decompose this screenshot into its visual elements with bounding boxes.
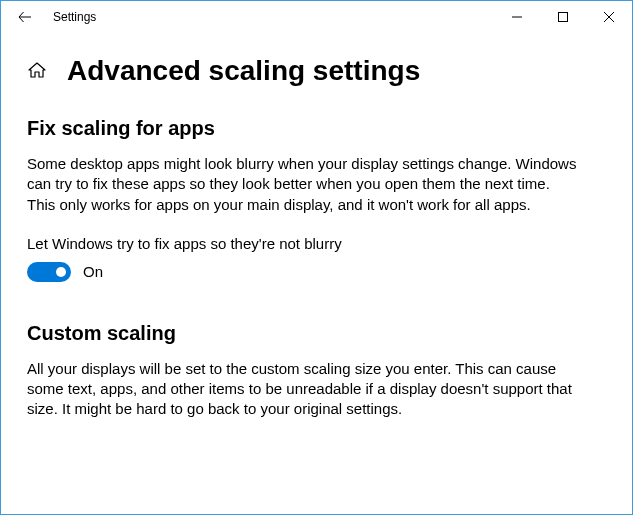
page-title: Advanced scaling settings	[67, 55, 420, 87]
custom-scaling-description: All your displays will be set to the cus…	[27, 359, 577, 420]
home-icon	[27, 60, 47, 80]
custom-scaling-heading: Custom scaling	[27, 322, 606, 345]
svg-rect-0	[559, 13, 568, 22]
arrow-left-icon	[17, 9, 33, 25]
titlebar: Settings	[1, 1, 632, 33]
maximize-button[interactable]	[540, 1, 586, 33]
fix-scaling-toggle-row: On	[27, 262, 606, 282]
home-button[interactable]	[27, 60, 49, 82]
window-controls	[494, 1, 632, 33]
fix-scaling-toggle-state: On	[83, 263, 103, 280]
toggle-knob	[56, 267, 66, 277]
fix-scaling-toggle[interactable]	[27, 262, 71, 282]
titlebar-left: Settings	[5, 1, 494, 33]
minimize-icon	[512, 12, 522, 22]
content-area: Advanced scaling settings Fix scaling fo…	[1, 55, 632, 420]
page-header: Advanced scaling settings	[27, 55, 606, 87]
close-icon	[604, 12, 614, 22]
app-title: Settings	[53, 10, 96, 24]
fix-scaling-description: Some desktop apps might look blurry when…	[27, 154, 577, 215]
fix-scaling-toggle-label: Let Windows try to fix apps so they're n…	[27, 235, 606, 252]
minimize-button[interactable]	[494, 1, 540, 33]
close-button[interactable]	[586, 1, 632, 33]
maximize-icon	[558, 12, 568, 22]
fix-scaling-heading: Fix scaling for apps	[27, 117, 606, 140]
back-button[interactable]	[5, 1, 45, 33]
